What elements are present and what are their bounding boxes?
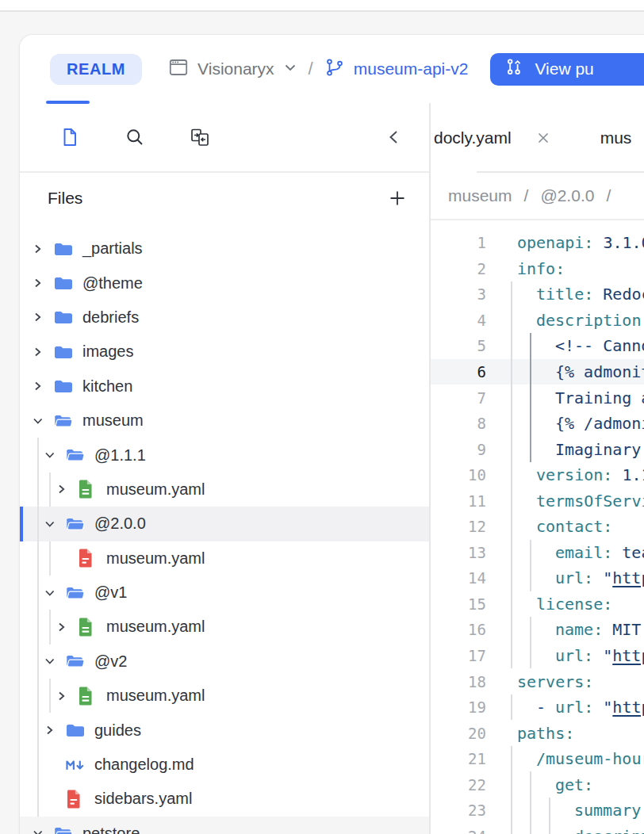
chevron-down-icon[interactable] <box>44 449 65 461</box>
yaml-key: description: <box>574 827 644 834</box>
code-line[interactable]: 24description: <box>431 824 644 834</box>
chevron-down-icon[interactable] <box>44 587 65 599</box>
yaml-file-icon <box>77 548 98 568</box>
chevron-right-icon[interactable] <box>56 483 77 495</box>
indent-guide <box>37 610 39 644</box>
yaml-key: openapi: <box>517 233 603 252</box>
tree-item-@theme[interactable]: @theme <box>20 266 429 300</box>
view-pull-request-button[interactable]: View pu <box>490 53 644 86</box>
tree-item-guides[interactable]: guides <box>20 713 429 747</box>
code-line[interactable]: 21/museum-hours: <box>431 746 644 772</box>
code-line[interactable]: 11termsOfService: <box>431 488 644 514</box>
code-line[interactable]: 3title: Redocly Museum API <box>431 281 644 308</box>
code-line-text: paths: <box>486 724 574 743</box>
chevron-right-icon[interactable] <box>32 380 53 392</box>
tab-museum-yaml[interactable]: mus <box>600 128 632 147</box>
close-tab-button[interactable] <box>535 130 551 146</box>
chevron-right-icon[interactable] <box>44 724 65 736</box>
folder-icon <box>53 377 74 396</box>
code-line[interactable]: 6{% admonition <box>431 359 644 385</box>
tree-item-changelog.md[interactable]: changelog.md <box>20 748 429 782</box>
chevron-right-icon[interactable] <box>32 243 53 255</box>
code-editor[interactable]: 1openapi: 3.1.02info:3title: Redocly Mus… <box>431 220 644 834</box>
breadcrumb-segment[interactable]: @2.0.0 <box>540 186 594 205</box>
tree-item-label: @2.0.0 <box>94 515 146 533</box>
code-line-text: <!-- Cannot <box>486 336 644 355</box>
tree-item-museum.yaml[interactable]: museum.yaml <box>20 472 429 507</box>
tree-item-label: @theme <box>82 274 143 293</box>
code-line[interactable]: 18servers: <box>431 668 644 694</box>
code-line[interactable]: 19- url: "https://redocly.com <box>431 694 644 721</box>
code-line[interactable]: 10version: 1.1.1 <box>431 462 644 488</box>
branch-name: museum-api-v2 <box>354 59 469 78</box>
collapse-sidebar-button[interactable] <box>388 128 401 146</box>
tab-label: docly.yaml <box>434 128 512 147</box>
add-file-button[interactable] <box>387 188 408 208</box>
folder-open-icon <box>65 652 86 671</box>
code-line[interactable]: 16name: MIT <box>431 617 644 643</box>
tree-item-label: museum.yaml <box>106 687 205 705</box>
chevron-right-icon[interactable] <box>32 346 53 358</box>
tree-item-kitchen[interactable]: kitchen <box>20 369 429 404</box>
tree-item-label: museum.yaml <box>106 618 205 636</box>
code-line[interactable]: 20paths: <box>431 720 644 746</box>
yaml-value: 3.1.0 <box>603 233 644 252</box>
branch-link[interactable]: museum-api-v2 <box>324 57 469 82</box>
code-line-text: servers: <box>486 672 593 691</box>
yaml-link-value[interactable]: https://opensource.org <box>612 646 644 665</box>
yaml-value: <!-- Cannot <box>555 336 644 355</box>
yaml-value: Training an <box>555 388 644 407</box>
yaml-link-value[interactable]: https://redocly.com <box>612 698 644 717</box>
code-line[interactable]: 17url: "https://opensource.org <box>431 643 644 669</box>
breadcrumb-segment[interactable]: museum <box>448 186 512 205</box>
folder-icon <box>53 342 74 362</box>
chevron-right-icon[interactable] <box>32 311 53 323</box>
chevron-right-icon[interactable] <box>56 690 77 702</box>
code-line[interactable]: 14url: "https://redocly.com <box>431 565 644 591</box>
code-line[interactable]: 9Imaginary <box>431 436 644 462</box>
sidebar-rail <box>20 103 429 173</box>
code-line[interactable]: 23summary: <box>431 798 644 824</box>
search-rail-tab[interactable] <box>125 127 145 147</box>
yaml-key: contact: <box>536 517 612 536</box>
code-line[interactable]: 2info: <box>431 256 644 282</box>
code-line[interactable]: 8{% /admonition <box>431 411 644 437</box>
code-line[interactable]: 1openapi: 3.1.0 <box>431 230 644 256</box>
tree-item-@v1[interactable]: @v1 <box>20 576 429 610</box>
code-line[interactable]: 13email: team@redocly.com <box>431 540 644 566</box>
chevron-right-icon[interactable] <box>32 277 53 289</box>
org-switcher[interactable]: Visionaryx <box>168 57 297 82</box>
chevron-down-icon[interactable] <box>32 415 53 427</box>
tree-item-museum.yaml[interactable]: museum.yaml <box>20 541 429 576</box>
code-line[interactable]: 5<!-- Cannot <box>431 333 644 359</box>
folder-open-icon <box>65 446 86 465</box>
tree-item-museum[interactable]: museum <box>20 404 429 438</box>
code-line[interactable]: 4description: | <box>431 308 644 334</box>
tree-item-images[interactable]: images <box>20 335 429 369</box>
chevron-right-icon[interactable] <box>56 621 77 633</box>
code-line[interactable]: 7Training an <box>431 384 644 411</box>
tree-item-@v2[interactable]: @v2 <box>20 645 429 679</box>
indent-guide <box>37 679 39 713</box>
code-line-text: description: | <box>486 311 644 330</box>
compare-rail-tab[interactable] <box>190 127 210 147</box>
code-line[interactable]: 12contact: <box>431 514 644 540</box>
tree-item-debriefs[interactable]: debriefs <box>20 300 429 335</box>
code-line-text: openapi: 3.1.0 <box>486 233 644 252</box>
code-line[interactable]: 15license: <box>431 591 644 618</box>
chevron-down-icon[interactable] <box>32 827 53 834</box>
yaml-link-value[interactable]: https://redocly.com <box>612 568 644 587</box>
files-rail-tab[interactable] <box>59 127 80 147</box>
chevron-down-icon[interactable] <box>44 518 65 530</box>
tree-item-museum.yaml[interactable]: museum.yaml <box>20 679 429 713</box>
tree-item-_partials[interactable]: _partials <box>20 231 429 266</box>
tree-item-museum.yaml[interactable]: museum.yaml <box>20 610 429 644</box>
code-line[interactable]: 22get: <box>431 771 644 798</box>
tree-item-petstore[interactable]: petstore <box>20 817 429 834</box>
tree-item-@1.1.1[interactable]: @1.1.1 <box>20 438 429 472</box>
app-window: REALM Visionaryx / museum-api-v2 View pu <box>20 35 644 834</box>
tree-item-@2.0.0[interactable]: @2.0.0 <box>20 507 429 541</box>
chevron-down-icon[interactable] <box>44 655 65 668</box>
tree-item-sidebars.yaml[interactable]: sidebars.yaml <box>20 782 429 816</box>
tab-redocly-yaml[interactable]: docly.yaml <box>431 128 551 147</box>
